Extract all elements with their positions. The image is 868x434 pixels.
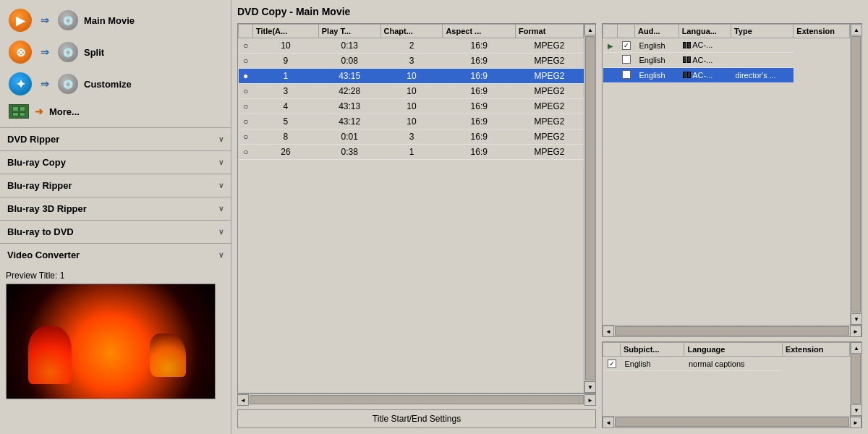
audio-scroll-thumb[interactable] — [851, 36, 861, 312]
subtitle-scroll-left-btn[interactable]: ◄ — [603, 417, 614, 428]
sidebar-chevron-icon: ∨ — [218, 205, 224, 213]
sidebar-section-video-converter[interactable]: Video Converter ∨ — [0, 243, 231, 266]
sub-checkbox[interactable] — [608, 359, 616, 368]
table-row[interactable]: ○100:13216:9MPEG2 — [239, 38, 584, 54]
table-row[interactable]: ○90:08316:9MPEG2 — [239, 54, 584, 69]
radio-cell[interactable]: ○ — [239, 38, 253, 54]
split-icon: ⊗ — [9, 41, 32, 64]
sidebar-section-bluray-copy[interactable]: Blu-ray Copy ∨ — [0, 150, 231, 174]
scroll-down-btn[interactable]: ▼ — [584, 381, 596, 393]
audio-scroll-up-btn[interactable]: ▲ — [851, 24, 862, 35]
scroll-right-btn[interactable]: ► — [584, 394, 596, 406]
col-header-chapters[interactable]: Chapt... — [380, 25, 443, 38]
sidebar-chevron-icon: ∨ — [218, 251, 224, 259]
audio-col-header-extension[interactable]: Extension — [793, 25, 850, 38]
audio-table-area[interactable]: Aud...Langua...TypeExtension ▶English AC… — [603, 24, 850, 325]
audio-checkbox-cell[interactable] — [618, 68, 635, 83]
sidebar-section-dvd-ripper[interactable]: DVD Ripper ∨ — [0, 127, 231, 150]
audio-scroll-down-btn[interactable]: ▼ — [851, 313, 862, 325]
title-table-scroll[interactable]: Title(A...Play T...Chapt...Aspect ...For… — [238, 24, 584, 393]
subtitle-scroll-right-btn[interactable]: ► — [850, 417, 861, 428]
audio-table-header: Aud...Langua...TypeExtension — [603, 25, 850, 38]
scroll-up-btn[interactable]: ▲ — [584, 24, 596, 35]
radio-cell[interactable]: ○ — [239, 129, 253, 145]
title-table-scrollbar-v[interactable]: ▲ ▼ — [584, 24, 595, 393]
audio-checkbox[interactable] — [622, 70, 631, 79]
cell-format: MPEG2 — [516, 69, 584, 84]
scroll-thumb[interactable] — [585, 36, 595, 380]
sidebar-section-bluray-to-dvd[interactable]: Blu-ray to DVD ∨ — [0, 220, 231, 243]
subtitle-table-area[interactable]: Subpict...LanguageExtension Englishnorma… — [603, 342, 850, 416]
more-label: More... — [49, 106, 80, 117]
subtitle-scrollbar-h[interactable]: ◄ ► — [603, 416, 861, 427]
sidebar-item-split[interactable]: ⊗ ⇒ 💿 Split — [3, 36, 228, 68]
cell-playtime: 43:13 — [318, 99, 380, 114]
subtitle-table-row[interactable]: Englishnormal captions — [603, 357, 850, 371]
radio-cell[interactable]: ○ — [239, 99, 253, 114]
scroll-left-btn[interactable]: ◄ — [237, 394, 249, 406]
subtitle-scroll-down-btn[interactable]: ▼ — [851, 404, 862, 416]
title-table-scrollbar-h[interactable]: ◄ ► — [237, 393, 596, 405]
audio-scrollbar-h[interactable]: ◄ ► — [603, 325, 861, 336]
audio-checkbox-cell[interactable] — [618, 53, 635, 68]
table-row[interactable]: ○342:281016:9MPEG2 — [239, 84, 584, 99]
audio-col-header-language[interactable]: Langua... — [678, 25, 731, 38]
sub-col-header-language[interactable]: Language — [684, 343, 783, 357]
audio-scrollbar-v[interactable]: ▲ ▼ — [850, 24, 861, 325]
audio-checkbox-cell[interactable] — [618, 38, 635, 53]
radio-cell[interactable]: ○ — [239, 114, 253, 129]
subtitle-scroll-thumb[interactable] — [851, 354, 861, 404]
col-header-playtime[interactable]: Play T... — [318, 25, 380, 38]
sub-col-header-subpict[interactable]: Subpict... — [621, 343, 684, 357]
audio-play-indicator — [603, 53, 618, 68]
col-header-aspect[interactable]: Aspect ... — [443, 25, 516, 38]
subtitle-table-body: Englishnormal captions — [603, 357, 850, 371]
table-row[interactable]: ○260:38116:9MPEG2 — [239, 145, 584, 160]
subtitle-scroll-h-thumb[interactable] — [615, 417, 849, 427]
col-header-title[interactable]: Title(A... — [253, 25, 319, 38]
table-row[interactable]: ○80:01316:9MPEG2 — [239, 129, 584, 145]
audio-col-header-type[interactable]: Type — [731, 25, 793, 38]
audio-scroll-left-btn[interactable]: ◄ — [603, 326, 614, 337]
table-row[interactable]: ○443:131016:9MPEG2 — [239, 99, 584, 114]
radio-cell[interactable]: ● — [239, 69, 253, 84]
cell-title: 1 — [253, 69, 319, 84]
scroll-h-thumb[interactable] — [250, 395, 584, 404]
sidebar-chevron-icon: ∨ — [218, 135, 224, 143]
cell-aspect: 16:9 — [443, 145, 516, 160]
radio-cell[interactable]: ○ — [239, 54, 253, 69]
audio-table-row[interactable]: English AC-... — [603, 53, 850, 68]
radio-cell[interactable]: ○ — [239, 145, 253, 160]
title-table-body: ○100:13216:9MPEG2○90:08316:9MPEG2●143:15… — [239, 38, 584, 160]
audio-col-header-aud[interactable]: Aud... — [635, 25, 679, 38]
cell-playtime: 0:13 — [318, 38, 380, 54]
play-col-header — [603, 25, 618, 38]
cell-format: MPEG2 — [516, 99, 584, 114]
sidebar-item-more[interactable]: ➜ More... — [3, 100, 228, 123]
audio-type-cell: AC-... — [678, 38, 731, 53]
audio-checkbox[interactable] — [622, 41, 631, 50]
subtitle-scroll-up-btn[interactable]: ▲ — [851, 342, 862, 354]
title-settings-button[interactable]: Title Start/End Settings — [237, 409, 596, 428]
dolby-icon — [683, 72, 691, 78]
audio-language-cell: English — [635, 38, 679, 53]
col-header-format[interactable]: Format — [516, 25, 584, 38]
audio-checkbox[interactable] — [622, 55, 631, 64]
table-row[interactable]: ●143:151016:9MPEG2 — [239, 69, 584, 84]
audio-table-row[interactable]: ▶English AC-... — [603, 38, 850, 53]
cell-playtime: 0:08 — [318, 54, 380, 69]
sidebar-section-bluray-3d-ripper[interactable]: Blu-ray 3D Ripper ∨ — [0, 197, 231, 220]
table-row[interactable]: ○543:121016:9MPEG2 — [239, 114, 584, 129]
sidebar-section-bluray-ripper[interactable]: Blu-ray Ripper ∨ — [0, 174, 231, 197]
audio-scroll-h-thumb[interactable] — [615, 326, 849, 336]
customize-icon: ✦ — [9, 72, 32, 95]
audio-table-row[interactable]: English AC-...director's ... — [603, 68, 850, 83]
sub-checkbox-cell[interactable] — [603, 357, 621, 371]
subtitle-scrollbar-v[interactable]: ▲ ▼ — [850, 342, 861, 416]
main-movie-disc-icon: 💿 — [58, 10, 78, 30]
sidebar-item-customize[interactable]: ✦ ⇒ 💿 Customize — [3, 68, 228, 100]
sidebar-item-main-movie[interactable]: ▶ ⇒ 💿 Main Movie — [3, 4, 228, 36]
radio-cell[interactable]: ○ — [239, 84, 253, 99]
audio-scroll-right-btn[interactable]: ► — [850, 326, 861, 337]
sub-col-header-extension[interactable]: Extension — [782, 343, 849, 357]
